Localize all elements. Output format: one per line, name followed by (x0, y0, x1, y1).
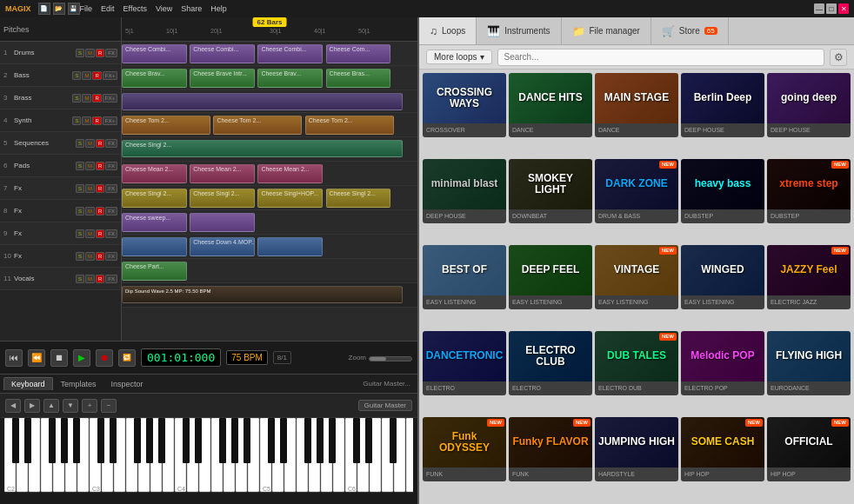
media-tab-filemanager[interactable]: 📁 File manager (562, 17, 651, 44)
mute-btn-9[interactable]: M (85, 229, 95, 238)
key-fs4[interactable] (219, 418, 226, 463)
clip-1-1[interactable]: Cheese Combi... (122, 44, 187, 63)
guitar-master-btn[interactable]: Guitar Master (358, 400, 412, 411)
media-item-14[interactable]: NEW JAZZY Feel ELECTRIC JAZZ (767, 245, 851, 309)
solo-btn-8[interactable]: S (76, 207, 84, 216)
piano-keys[interactable]: C2 C3 C4 C5 C6 (0, 418, 417, 496)
key-ds2[interactable] (24, 418, 31, 463)
clip-4-3[interactable]: Cheese Tom 2... (305, 116, 394, 135)
clip-10-1[interactable]: Cheese Part... (122, 262, 187, 281)
clip-7-3[interactable]: Cheese Singl+HOP... (257, 189, 323, 208)
clip-7-4[interactable]: Cheese Singl 2... (326, 189, 391, 208)
clip-9-1[interactable] (122, 237, 187, 256)
key-gs5[interactable] (317, 418, 324, 463)
clip-8-2[interactable] (190, 213, 255, 232)
clip-4-1[interactable]: Cheese Tom 2... (122, 116, 210, 135)
piano-ctrl-4[interactable]: ▼ (63, 399, 78, 413)
mute-btn-1[interactable]: M (85, 49, 95, 57)
clip-8-1[interactable]: Cheese sweep... (122, 213, 187, 232)
piano-tab-keyboard[interactable]: Keyboard (3, 377, 53, 390)
media-item-8[interactable]: heavy bass DUBSTEP (681, 159, 764, 223)
menu-file[interactable]: File (80, 4, 93, 13)
fx-btn-1[interactable]: FX (105, 49, 117, 57)
mute-btn-4[interactable]: M (82, 116, 91, 125)
piano-tab-inspector[interactable]: Inspector (104, 378, 150, 390)
key-gs4[interactable] (231, 418, 238, 463)
key-gs3[interactable] (146, 418, 153, 463)
fx-btn-4[interactable]: FX+ (103, 116, 117, 125)
rec-btn-4[interactable]: R (92, 116, 101, 125)
settings-button[interactable]: ⚙ (830, 49, 847, 66)
rec-btn-2[interactable]: R (92, 71, 101, 80)
media-item-24[interactable]: NEW OFFICIAL HIP HOP (767, 417, 851, 481)
clip-2-1[interactable]: Cheese Brav... (122, 69, 187, 88)
media-item-5[interactable]: minimal blast DEEP HOUSE (423, 159, 506, 223)
media-tab-store[interactable]: 🛒 Store 65 (651, 17, 729, 44)
toolbar-icon-new[interactable]: 📄 (38, 3, 50, 15)
media-item-16[interactable]: ELECTRO CLUB ELECTRO (509, 331, 592, 395)
piano-ctrl-1[interactable]: ◀ (5, 399, 21, 413)
key-cs3[interactable] (97, 418, 104, 463)
key-as4[interactable] (244, 418, 250, 463)
media-item-11[interactable]: DEEP FEEL EASY LISTENING (509, 245, 592, 309)
clip-2-2[interactable]: Cheese Brave Intr... (190, 69, 255, 88)
piano-svg[interactable]: C2 C3 C4 C5 C6 (4, 418, 413, 496)
clip-1-2[interactable]: Cheese Combi... (190, 44, 255, 63)
rec-btn-5[interactable]: R (96, 139, 104, 148)
clip-2-3[interactable]: Cheese Brav... (257, 69, 323, 88)
key-ds5[interactable] (280, 418, 287, 463)
fx-btn-2[interactable]: FX+ (103, 71, 117, 80)
clip-6-3[interactable]: Cheese Mean 2... (257, 164, 323, 183)
clip-4-2[interactable]: Cheese Tom 2... (213, 116, 302, 135)
media-item-1[interactable]: DANCE HITS DANCE (509, 73, 592, 137)
solo-btn-5[interactable]: S (76, 139, 84, 148)
media-tab-instruments[interactable]: 🎹 Instruments (477, 17, 561, 44)
solo-btn-7[interactable]: S (76, 184, 84, 193)
clip-1-3[interactable]: Cheese Combi... (257, 44, 323, 63)
timeline-ruler[interactable]: 62 Bars 5|1 10|1 20|1 30|1 40|1 50|1 (122, 17, 417, 42)
rec-btn-6[interactable]: R (96, 162, 104, 170)
fx-btn-6[interactable]: FX (105, 162, 117, 170)
mute-btn-3[interactable]: M (82, 94, 91, 103)
close-button[interactable]: ✕ (838, 3, 849, 14)
rec-btn-7[interactable]: R (96, 184, 104, 193)
media-item-9[interactable]: NEW xtreme step DUBSTEP (767, 159, 851, 223)
piano-ctrl-2[interactable]: ▶ (24, 399, 40, 413)
piano-ctrl-5[interactable]: + (82, 399, 97, 413)
fx-btn-10[interactable]: FX (105, 252, 117, 261)
rec-btn-1[interactable]: R (96, 49, 104, 57)
record-button[interactable]: ⏺ (96, 349, 113, 367)
clip-1-4[interactable]: Cheese Com... (326, 44, 391, 63)
media-item-4[interactable]: going deep DEEP HOUSE (767, 73, 851, 137)
key-cs5[interactable] (268, 418, 275, 463)
fx-btn-7[interactable]: FX (105, 184, 117, 193)
clip-7-1[interactable]: Cheese Singl 2... (122, 189, 187, 208)
tracks-content[interactable]: Cheese Combi... Cheese Combi... Cheese C… (122, 42, 417, 341)
clip-7-2[interactable]: Cheese Singl 2... (190, 189, 255, 208)
solo-btn-9[interactable]: S (76, 229, 84, 238)
media-item-6[interactable]: SMOKEY LIGHT DOWNBEAT (509, 159, 592, 223)
key-as2[interactable] (73, 418, 80, 463)
clip-6-2[interactable]: Cheese Mean 2... (190, 164, 255, 183)
key-ds6[interactable] (365, 418, 372, 463)
media-item-15[interactable]: DANCETRONIC ELECTRO (423, 331, 506, 395)
key-fs3[interactable] (134, 418, 141, 463)
stop-button[interactable]: ⏹ (50, 349, 68, 367)
media-item-21[interactable]: NEW Funky FLAVOR FUNK (509, 417, 592, 481)
menu-help[interactable]: Help (210, 4, 227, 13)
rec-btn-10[interactable]: R (96, 252, 104, 261)
media-item-13[interactable]: WINGED EASY LISTENING (681, 245, 764, 309)
media-item-23[interactable]: NEW SOME CASH HIP HOP (681, 417, 764, 481)
media-item-20[interactable]: NEW Funk ODYSSEY FUNK (423, 417, 506, 481)
media-item-10[interactable]: BEST OF EASY LISTENING (423, 245, 506, 309)
solo-btn-4[interactable]: S (72, 116, 81, 125)
solo-btn-2[interactable]: S (72, 71, 81, 80)
rec-btn-3[interactable]: R (92, 94, 101, 103)
mute-btn-5[interactable]: M (85, 139, 95, 148)
clip-5-1[interactable]: Cheese Singl 2... (122, 140, 403, 157)
fx-btn-8[interactable]: FX (105, 207, 117, 216)
menu-effects[interactable]: Effects (123, 4, 147, 13)
menu-view[interactable]: View (156, 4, 172, 13)
clip-9-2[interactable]: Cheese Down 4.MOP... (190, 237, 255, 256)
key-as3[interactable] (158, 418, 165, 463)
